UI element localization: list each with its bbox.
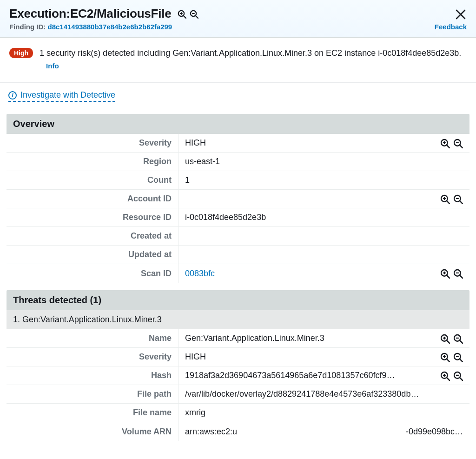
label-file-path: File path [7,385,178,403]
value-file-path: /var/lib/docker/overlay2/d8829241788e4e4… [185,389,419,399]
label-threat-hash: Hash [7,366,178,385]
row-count: Count 1 [7,171,469,190]
zoom-out-icon[interactable] [453,352,463,362]
value-threat-hash: 1918af3a2d36904673a5614965a6e7d1081357c6… [185,371,395,380]
threats-heading: Threats detected (1) [7,290,469,310]
value-threat-severity: HIGH [185,352,206,362]
value-volume-arn: arn:aws:ec2:u -0d99e098bc… [185,427,463,437]
row-file-name: File name xmrig [7,404,469,422]
investigate-detective-link[interactable]: i Investigate with Detective [8,90,115,102]
overview-heading: Overview [7,114,469,134]
info-link[interactable]: Info [46,62,59,70]
value-resource-id: i-0c018f4dee85d2e3b [185,213,266,222]
finding-title: Execution:EC2/MaliciousFile [9,7,172,21]
zoom-in-icon[interactable] [440,333,450,344]
info-circle-icon: i [8,91,17,100]
row-threat-name: Name Gen:Variant.Application.Linux.Miner… [7,329,469,348]
zoom-in-icon[interactable] [440,138,450,148]
value-threat-name: Gen:Variant.Application.Linux.Miner.3 [185,333,324,343]
finding-id-link[interactable]: d8c141493880b37e84b2e6b2b62fa299 [47,23,172,31]
zoom-out-icon[interactable] [453,371,463,381]
value-severity: HIGH [185,138,206,148]
finding-description: High 1 security risk(s) detected includi… [0,38,476,83]
row-volume-arn: Volume ARN arn:aws:ec2:u -0d99e098bc… [7,422,469,441]
close-icon[interactable] [455,8,467,20]
row-threat-hash: Hash 1918af3a2d36904673a5614965a6e7d1081… [7,366,469,385]
severity-badge: High [9,48,33,58]
description-text: 1 security risk(s) detected including Ge… [40,47,467,72]
row-created-at: Created at [7,227,469,246]
zoom-in-icon[interactable] [177,9,186,19]
label-resource-id: Resource ID [7,208,178,226]
zoom-out-icon[interactable] [453,138,463,148]
investigate-label: Investigate with Detective [20,90,115,100]
label-created-at: Created at [7,227,178,245]
finding-id-label: Finding ID: [9,23,46,31]
label-severity: Severity [7,134,178,152]
label-threat-name: Name [7,329,178,347]
feedback-link[interactable]: Feedback [435,23,467,31]
zoom-out-icon[interactable] [453,333,463,344]
value-region: us-east-1 [185,157,220,166]
label-volume-arn: Volume ARN [7,422,178,441]
zoom-in-icon[interactable] [440,352,450,362]
value-count: 1 [185,175,190,185]
overview-section: Overview Severity HIGH Region us-east-1 … [7,114,469,283]
finding-detail-panel: Execution:EC2/MaliciousFile Finding ID: … [0,0,476,441]
label-region: Region [7,153,178,171]
zoom-out-icon[interactable] [189,9,198,19]
value-scan-id[interactable]: 0083bfc [185,269,215,279]
value-file-name: xmrig [185,408,205,418]
label-file-name: File name [7,404,178,422]
zoom-out-icon[interactable] [453,194,463,204]
row-threat-severity: Severity HIGH [7,348,469,366]
zoom-in-icon[interactable] [440,194,450,204]
threat-item-heading: 1. Gen:Variant.Application.Linux.Miner.3 [7,310,469,329]
investigate-row: i Investigate with Detective [0,83,476,106]
description-body: 1 security risk(s) detected including Ge… [40,48,461,58]
panel-header: Execution:EC2/MaliciousFile Finding ID: … [0,0,476,38]
label-scan-id: Scan ID [7,264,178,283]
label-threat-severity: Severity [7,348,178,366]
row-region: Region us-east-1 [7,153,469,171]
row-account-id: Account ID [7,190,469,208]
volume-arn-left: arn:aws:ec2:u [185,427,245,437]
zoom-in-icon[interactable] [440,371,450,381]
row-severity: Severity HIGH [7,134,469,153]
row-resource-id: Resource ID i-0c018f4dee85d2e3b [7,208,469,227]
zoom-in-icon[interactable] [440,268,450,279]
threats-section: Threats detected (1) 1. Gen:Variant.Appl… [7,290,469,441]
zoom-out-icon[interactable] [453,268,463,279]
volume-arn-right: -0d99e098bc… [384,427,463,437]
label-count: Count [7,171,178,189]
row-updated-at: Updated at [7,246,469,264]
label-account-id: Account ID [7,190,178,208]
row-scan-id: Scan ID 0083bfc [7,264,469,283]
label-updated-at: Updated at [7,246,178,264]
row-file-path: File path /var/lib/docker/overlay2/d8829… [7,385,469,404]
